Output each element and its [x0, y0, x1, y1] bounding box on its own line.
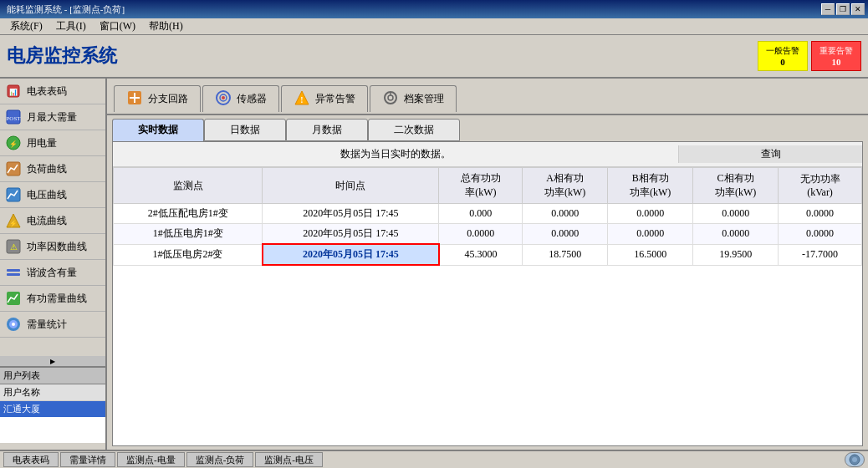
app-title: 电房监控系统: [7, 43, 117, 69]
status-tab-demand-detail[interactable]: 需量详情: [60, 452, 115, 467]
data-area: 数据为当日实时的数据。 查询 监测点 时间点 总有功功率(kW) A相有功功率(…: [112, 141, 863, 446]
sidebar-label-current-curve: 电流曲线: [27, 214, 67, 228]
sidebar-item-current-curve[interactable]: ⚡ 电流曲线: [0, 208, 105, 234]
sidebar-item-electricity[interactable]: ⚡ 用电量: [0, 130, 105, 156]
sub-tab-daily[interactable]: 日数据: [204, 119, 286, 141]
table-row[interactable]: 1#低压电房1#变2020年05月05日 17:450.00000.00000.…: [114, 224, 862, 245]
query-button[interactable]: 查询: [678, 145, 862, 163]
col-header-phase-b: B相有功功率(kW): [608, 168, 693, 204]
col-header-total-active: 总有功功率(kW): [439, 168, 523, 204]
table-cell: 2#低压配电房1#变: [114, 204, 263, 224]
user-list: 用户名称 汇通大厦: [0, 384, 105, 443]
current-curve-icon: ⚡: [5, 212, 22, 229]
window-controls: ─ ❐ ✕: [821, 3, 865, 15]
data-notice: 数据为当日实时的数据。: [113, 145, 678, 163]
table-cell: 0.000: [439, 204, 523, 224]
menu-window[interactable]: 窗口(W): [93, 18, 142, 35]
table-cell: 0.0000: [779, 204, 862, 224]
sidebar-item-monthly-max[interactable]: POST 月最大需量: [0, 104, 105, 130]
general-alarm-badge: 一般告警 0: [758, 41, 808, 71]
svg-text:⚠: ⚠: [10, 242, 18, 252]
electricity-icon: ⚡: [5, 135, 22, 151]
user-area-title: 用户列表: [0, 368, 105, 384]
table-cell: 18.7500: [523, 244, 608, 265]
load-curve-icon: [5, 160, 22, 177]
header: 电房监控系统 一般告警 0 重要告警 10: [0, 35, 868, 79]
sidebar-item-demand-stats[interactable]: 需量统计: [0, 312, 105, 338]
active-demand-icon: [5, 290, 22, 307]
sub-tab-secondary[interactable]: 二次数据: [368, 119, 460, 141]
sidebar-item-active-demand[interactable]: 有功需量曲线: [0, 286, 105, 312]
menu-system[interactable]: 系统(F): [3, 18, 49, 35]
table-row[interactable]: 1#低压电房2#变2020年05月05日 17:4545.300018.7500…: [114, 244, 862, 265]
critical-alarm-count: 10: [832, 57, 841, 67]
col-header-time: 时间点: [263, 168, 439, 204]
sidebar-label-electricity: 用电量: [27, 136, 57, 150]
nav-tab-alarm-label: 异常告警: [315, 92, 355, 106]
table-cell: 0.0000: [439, 224, 523, 245]
restore-button[interactable]: ❐: [836, 3, 850, 15]
nav-tab-archive[interactable]: 档案管理: [370, 85, 457, 112]
sidebar-user-area: 用户列表 用户名称 汇通大厦: [0, 366, 105, 450]
harmonics-icon: [5, 264, 22, 281]
table-header-row: 监测点 时间点 总有功功率(kW) A相有功功率(kW) B相有功功率(kW) …: [114, 168, 862, 204]
menu-help[interactable]: 帮助(H): [142, 18, 190, 35]
table-cell: 2020年05月05日 17:45: [263, 224, 439, 245]
table-cell: 16.5000: [608, 244, 693, 265]
status-icon-right: [845, 452, 865, 467]
scroll-right-arrow[interactable]: ▶: [50, 358, 55, 365]
svg-text:POST: POST: [6, 115, 21, 122]
data-table: 监测点 时间点 总有功功率(kW) A相有功功率(kW) B相有功功率(kW) …: [113, 167, 862, 266]
minimize-button[interactable]: ─: [821, 3, 835, 15]
table-cell: 0.0000: [523, 204, 608, 224]
sidebar-item-meter-code[interactable]: 📊 电表表码: [0, 79, 105, 104]
nav-tab-sensor-label: 传感器: [237, 92, 267, 106]
sidebar-item-voltage-curve[interactable]: 电压曲线: [0, 182, 105, 208]
user-list-header: 用户名称: [0, 384, 105, 401]
status-bar: 电表表码 需量详情 监测点-电量 监测点-负荷 监测点-电压: [0, 450, 868, 468]
voltage-curve-icon: [5, 186, 22, 203]
table-cell: 1#低压电房2#变: [114, 244, 263, 265]
nav-tab-sensor[interactable]: 传感器: [202, 85, 279, 112]
sidebar-item-load-curve[interactable]: 负荷曲线: [0, 156, 105, 182]
table-cell: 0.0000: [779, 224, 862, 245]
data-header: 数据为当日实时的数据。 查询: [113, 142, 862, 167]
sidebar-label-meter-code: 电表表码: [27, 84, 67, 99]
nav-tab-branch-circuit[interactable]: 分支回路: [114, 85, 201, 112]
content-area: 分支回路 传感器 ! 异常告警 档案管理: [107, 79, 868, 450]
svg-text:⚡: ⚡: [9, 219, 18, 227]
col-header-phase-c: C相有功功率(kW): [693, 168, 779, 204]
sidebar-label-voltage-curve: 电压曲线: [27, 188, 67, 202]
demand-stats-icon: [5, 316, 22, 333]
table-cell: 0.0000: [608, 204, 693, 224]
close-button[interactable]: ✕: [851, 3, 865, 15]
main-layout: 📊 电表表码 POST 月最大需量 ⚡ 用电量 负荷曲线: [0, 79, 868, 450]
status-tab-monitor-voltage[interactable]: 监测点-电压: [255, 452, 323, 467]
user-list-item[interactable]: 汇通大厦: [0, 401, 105, 417]
svg-text:⚡: ⚡: [9, 140, 18, 148]
sidebar-item-power-factor[interactable]: ⚠ 功率因数曲线: [0, 234, 105, 260]
col-header-reactive: 无功功率(kVar): [779, 168, 862, 204]
sidebar-label-active-demand: 有功需量曲线: [27, 292, 87, 306]
status-tab-meter-code[interactable]: 电表表码: [3, 452, 59, 467]
alarm-badges: 一般告警 0 重要告警 10: [758, 41, 861, 71]
sidebar-label-monthly-max: 月最大需量: [27, 110, 77, 125]
table-cell: -17.7000: [779, 244, 862, 265]
status-tab-monitor-load[interactable]: 监测点-负荷: [186, 452, 254, 467]
nav-tab-alarm[interactable]: ! 异常告警: [281, 85, 368, 112]
table-cell: 0.0000: [608, 224, 693, 245]
nav-tab-archive-label: 档案管理: [404, 92, 444, 106]
sidebar-item-harmonics[interactable]: 谐波含有量: [0, 260, 105, 286]
sidebar-scroll[interactable]: ▶: [0, 356, 105, 366]
sub-tab-realtime[interactable]: 实时数据: [112, 119, 204, 141]
sidebar-items: 📊 电表表码 POST 月最大需量 ⚡ 用电量 负荷曲线: [0, 79, 105, 356]
sub-tab-monthly[interactable]: 月数据: [286, 119, 368, 141]
sidebar-label-demand-stats: 需量统计: [27, 318, 67, 332]
menu-tools[interactable]: 工具(I): [49, 18, 93, 35]
table-row[interactable]: 2#低压配电房1#变2020年05月05日 17:450.0000.00000.…: [114, 204, 862, 224]
table-cell: 0.0000: [523, 224, 608, 245]
archive-icon: [382, 89, 399, 109]
status-tab-monitor-electricity[interactable]: 监测点-电量: [117, 452, 185, 467]
table-cell: 1#低压电房1#变: [114, 224, 263, 245]
sensor-icon: [215, 89, 232, 109]
